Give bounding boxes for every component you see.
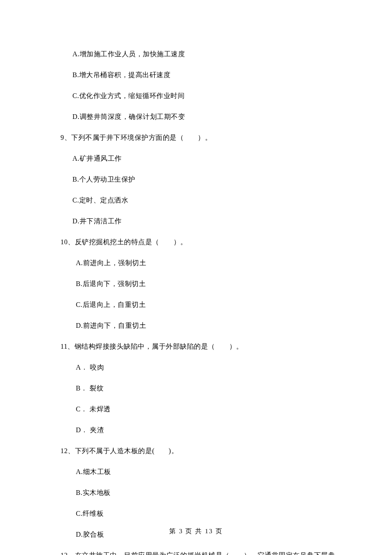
q12-option-b: B.实木地板 [76,489,337,497]
q12-option-a: A.细木工板 [76,468,337,477]
q8-option-a: A.增加施工作业人员，加快施工速度 [72,50,337,59]
q11-option-a: A． 咬肉 [76,363,337,372]
page-content: A.增加施工作业人员，加快施工速度 B.增大吊桶容积，提高出矸速度 C.优化作业… [0,0,392,555]
q9-option-c: C.定时、定点洒水 [72,196,337,205]
q8-option-d: D.调整井筒深度，确保计划工期不变 [72,113,337,121]
q8-option-c: C.优化作业方式，缩短循环作业时间 [72,92,337,101]
q10-option-d: D.前进向下，自重切土 [76,321,337,330]
q10-option-c: C.后退向上，自重切土 [76,301,337,309]
q9-option-a: A.矿井通风工作 [72,154,337,163]
q12-option-c: C.纤维板 [76,509,337,518]
q8-option-b: B.增大吊桶容积，提高出矸速度 [72,71,337,80]
q10-option-a: A.前进向上，强制切土 [76,259,337,268]
q11-option-b: B． 裂纹 [76,384,337,393]
question-10: 10、反铲挖掘机挖土的特点是（ ）。 [61,238,337,247]
question-13: 13、在立井施工中，目前应用最为广泛的抓岩机械是（ ），它通常固定在吊盘下层盘或 [61,551,337,555]
q10-option-b: B.后退向下，强制切土 [76,280,337,289]
q11-option-d: D． 夹渣 [76,426,337,435]
q9-option-b: B.个人劳动卫生保护 [72,175,337,184]
page-footer: 第 3 页 共 13 页 [0,527,392,535]
q11-option-c: C． 未焊透 [76,405,337,414]
question-11: 11、钢结构焊接接头缺陷中，属于外部缺陷的是（ ）。 [61,342,337,351]
question-12: 12、下列不属于人造木板的是( )。 [61,447,337,456]
question-9: 9、下列不属于井下环境保护方面的是（ ）。 [61,133,337,142]
q9-option-d: D.井下清洁工作 [72,217,337,226]
